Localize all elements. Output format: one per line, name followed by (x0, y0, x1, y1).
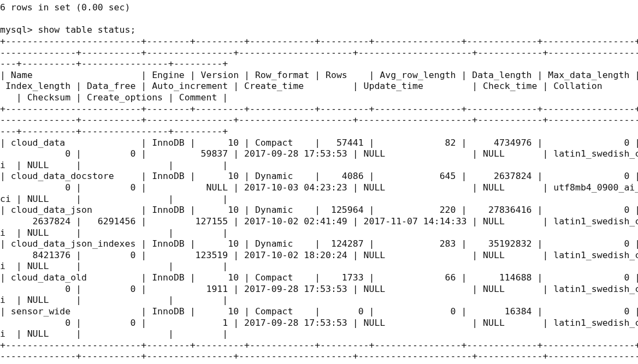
mysql-terminal-output: 6 rows in set (0.00 sec) mysql> show tab… (0, 0, 638, 364)
